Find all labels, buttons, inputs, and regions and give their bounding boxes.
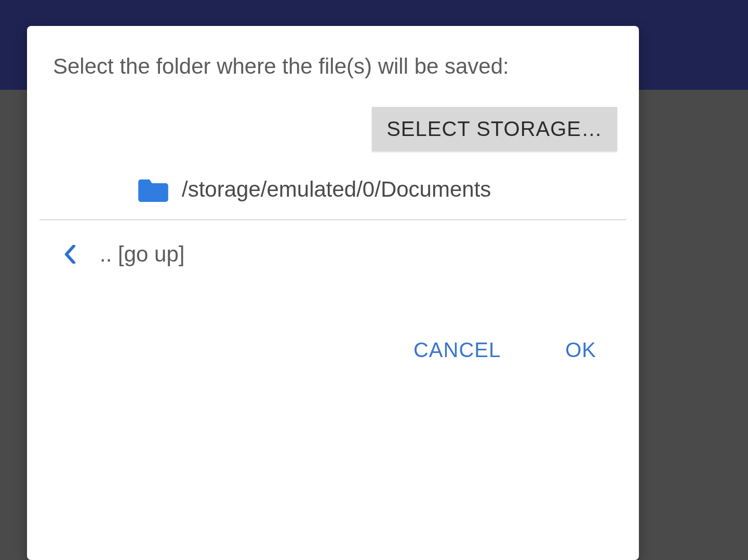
folder-select-dialog: Select the folder where the file(s) will… (27, 26, 639, 560)
storage-button-row: SELECT STORAGE… (27, 94, 639, 156)
select-storage-button[interactable]: SELECT STORAGE… (372, 107, 617, 151)
dialog-title: Select the folder where the file(s) will… (27, 26, 639, 94)
dialog-action-row: CANCEL OK (27, 276, 639, 381)
go-up-label: .. [go up] (100, 242, 184, 267)
go-up-item[interactable]: .. [go up] (27, 220, 639, 276)
cancel-button[interactable]: CANCEL (407, 334, 507, 366)
chevron-left-icon (64, 245, 76, 264)
ok-button[interactable]: OK (559, 334, 603, 366)
current-path-row: /storage/emulated/0/Documents (27, 156, 639, 220)
current-path-text: /storage/emulated/0/Documents (182, 177, 491, 202)
folder-icon (137, 177, 169, 202)
